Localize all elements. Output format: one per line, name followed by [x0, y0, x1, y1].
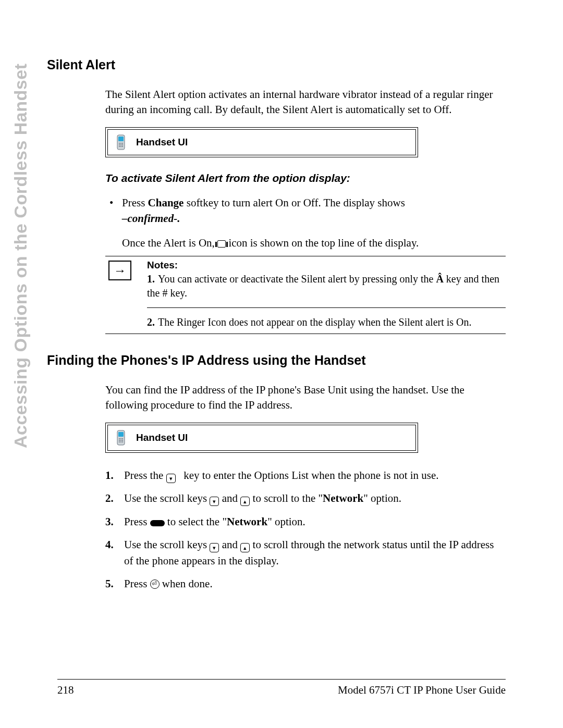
end-key-icon	[150, 579, 160, 589]
svg-point-16	[119, 440, 120, 441]
svg-point-7	[122, 144, 123, 145]
handset-icon	[115, 429, 127, 446]
page-footer: 218 Model 6757i CT IP Phone User Guide	[57, 679, 506, 697]
up-key-icon	[240, 543, 250, 552]
svg-point-4	[122, 143, 123, 144]
notes-title: Notes:	[147, 260, 506, 271]
heading-ip-address: Finding the Phones's IP Address using th…	[47, 353, 506, 368]
text: icon is shown on the top line of the dis…	[226, 237, 419, 249]
select-key-icon	[150, 520, 165, 526]
svg-point-17	[120, 440, 121, 441]
ip-address-intro: You can find the IP address of the IP ph…	[105, 382, 506, 413]
note-separator	[147, 307, 506, 308]
text: Use the scroll keys	[124, 492, 210, 504]
svg-rect-12	[118, 432, 124, 437]
svg-point-13	[119, 438, 120, 439]
down-key-icon	[210, 497, 219, 506]
text: key to enter the Options List when the p…	[181, 469, 439, 482]
svg-point-19	[119, 441, 120, 442]
down-key-icon	[210, 543, 219, 552]
once-alert-on: Once the Alert is On, icon is shown on t…	[122, 235, 506, 251]
svg-point-21	[122, 441, 123, 442]
handset-ui-box: Handset UI	[105, 127, 418, 157]
text: and	[219, 538, 240, 551]
text: " option.	[363, 492, 401, 504]
text: Press the	[124, 469, 166, 482]
svg-point-8	[119, 146, 120, 147]
svg-point-18	[122, 440, 123, 441]
main-content: Silent Alert The Silent Alert option act…	[47, 57, 506, 592]
text: to select the "	[165, 515, 227, 528]
step-1: Press the key to enter the Options List …	[105, 467, 506, 483]
svg-point-9	[120, 146, 121, 147]
down-key-icon	[166, 474, 176, 483]
svg-point-2	[119, 143, 120, 144]
handset-icon	[115, 134, 127, 151]
svg-rect-1	[118, 137, 124, 141]
network-option: Network	[323, 492, 363, 504]
step-4: Use the scroll keys and to scroll throug…	[105, 537, 506, 569]
handset-ui-box-2: Handset UI	[105, 423, 418, 453]
note-number: 2.	[147, 316, 155, 328]
page: Accessing Options on the Cordless Handse…	[0, 0, 563, 728]
activate-subheading: To activate Silent Alert from the option…	[105, 172, 506, 184]
text: Once the Alert is On,	[122, 237, 217, 249]
heading-silent-alert: Silent Alert	[47, 57, 506, 72]
text: when done.	[160, 577, 213, 590]
text: The Ringer Icon does not appear on the d…	[158, 316, 472, 328]
guide-title: Model 6757i CT IP Phone User Guide	[338, 684, 506, 697]
note-arrow-icon: →	[108, 261, 131, 280]
handset-ui-label: Handset UI	[136, 432, 188, 443]
text: Press	[124, 577, 150, 590]
text: and	[219, 492, 240, 504]
svg-point-20	[120, 441, 121, 442]
handset-ui-label: Handset UI	[136, 137, 188, 148]
ip-steps: Press the key to enter the Options List …	[105, 467, 506, 592]
note-number: 1.	[147, 273, 155, 285]
sidebar-chapter-label: Accessing Options on the Cordless Handse…	[10, 64, 31, 448]
text: softkey to turn alert On or Off. The dis…	[183, 196, 405, 209]
activate-bullets: Press Change softkey to turn alert On or…	[105, 195, 506, 227]
text: You can activate or deactivate the Silen…	[158, 273, 436, 285]
text: to scroll to the "	[250, 492, 323, 504]
svg-point-14	[120, 438, 121, 439]
step-5: Press when done.	[105, 576, 506, 591]
vibrate-icon	[217, 240, 226, 248]
step-3: Press to select the "Network" option.	[105, 514, 506, 529]
page-number: 218	[57, 684, 74, 697]
text: " option.	[267, 515, 305, 528]
up-key-icon	[240, 497, 250, 506]
bullet-change-softkey: Press Change softkey to turn alert On or…	[105, 195, 506, 227]
svg-point-5	[119, 144, 120, 145]
silent-alert-intro: The Silent Alert option activates an int…	[105, 87, 506, 118]
text: Press	[122, 196, 148, 209]
note-2: 2.The Ringer Icon does not appear on the…	[147, 315, 506, 329]
text: Press	[124, 515, 150, 528]
note-1: 1.You can activate or deactivate the Sil…	[147, 272, 506, 300]
step-2: Use the scroll keys and to scroll to the…	[105, 490, 506, 506]
notes-block: → Notes: 1.You can activate or deactivat…	[105, 256, 506, 334]
svg-point-15	[122, 438, 123, 439]
network-option: Network	[227, 515, 267, 528]
svg-point-10	[122, 146, 123, 147]
a-hat-key: Â	[436, 273, 443, 285]
change-key: Change	[148, 196, 184, 209]
svg-point-6	[120, 144, 121, 145]
svg-point-3	[120, 143, 121, 144]
confirmed-text: –confirmed-.	[122, 212, 180, 225]
text: Use the scroll keys	[124, 538, 210, 551]
